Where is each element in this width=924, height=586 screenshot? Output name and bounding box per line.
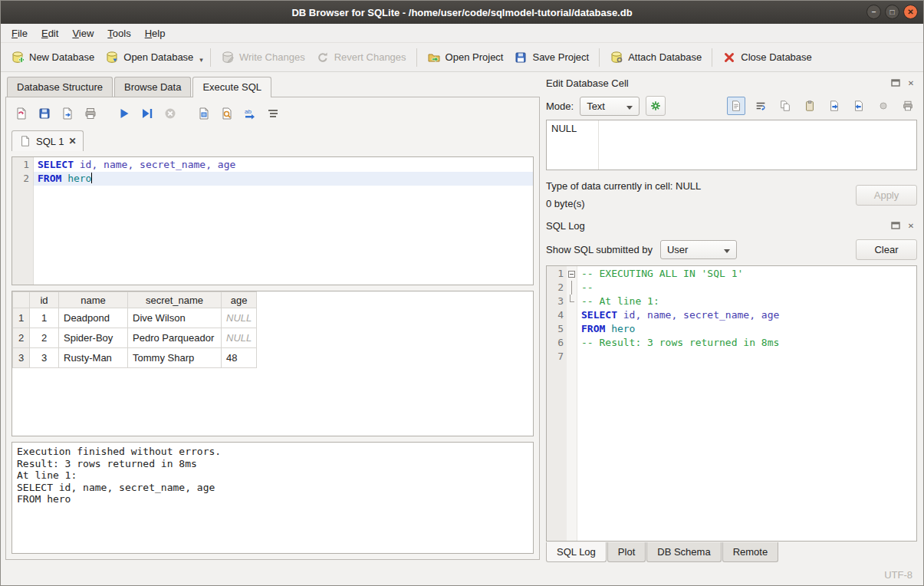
log-line-4: SELECT id, name, secret_name, age [577,308,916,322]
copy-cell-button[interactable] [776,97,794,115]
sql-tab-close-icon[interactable]: ✕ [68,136,76,146]
results-header-row: id name secret_name age [13,292,257,308]
import-data-button[interactable] [825,97,843,115]
editor-code-area[interactable]: SELECT id, name, secret_name, age FROM h… [34,157,533,285]
new-database-button[interactable]: New Database [5,47,100,68]
menu-file-label: File [12,28,28,39]
print-sql-button[interactable] [81,104,100,123]
menu-tools[interactable]: Tools [100,25,137,41]
line-number: 4 [547,308,564,322]
close-button[interactable]: ✕ [903,5,918,19]
cell-id[interactable]: 2 [30,328,59,348]
title-bar: DB Browser for SQLite - /home/user/code/… [1,1,923,24]
word-wrap-icon [755,100,767,112]
cell-age[interactable]: NULL [222,308,257,328]
column-header-id[interactable]: id [30,292,59,308]
row-header[interactable]: 1 [13,308,30,328]
float-icon [889,219,902,232]
tab-execute-sql-label: Execute SQL [202,81,261,93]
minimize-button[interactable]: – [866,5,881,19]
find-replace-button[interactable]: ab [240,104,260,123]
column-header-age[interactable]: age [222,292,257,308]
cell-name[interactable]: Spider-Boy [59,328,128,348]
cell-id[interactable]: 1 [30,308,59,328]
row-header[interactable]: 2 [13,328,30,348]
sql-tab[interactable]: SQL 1 ✕ [12,130,84,151]
sql-tab-label: SQL 1 [36,136,64,147]
revert-changes-icon [316,51,330,64]
auto-format-button[interactable] [263,104,283,123]
close-database-button[interactable]: Close Database [717,47,817,68]
attach-database-button[interactable]: Attach Database [604,47,707,68]
tab-browse-data[interactable]: Browse Data [114,77,191,97]
open-project-button[interactable]: Open Project [422,47,509,68]
save-sql-file-button[interactable] [35,104,54,123]
execute-all-button[interactable] [114,104,134,123]
menu-edit[interactable]: Edit [35,25,65,41]
column-header-secret-name[interactable]: secret_name [128,292,222,308]
execute-sql-page: ab SQL 1 ✕ 1 [5,97,540,560]
open-file-in-tab-button[interactable] [58,104,77,123]
text-view-button[interactable] [727,97,745,115]
auto-switch-mode-button[interactable] [646,96,666,116]
open-database-dropdown[interactable]: ▾ [197,50,206,65]
cell-secret-name[interactable]: Pedro Parqueador [128,328,222,348]
main-toolbar: New Database Open Database ▾ Write Chang… [1,43,923,72]
corner-header[interactable] [13,292,30,308]
dock-tab-plot[interactable]: Plot [607,542,646,562]
find-button[interactable] [217,104,237,123]
paste-icon [804,100,816,112]
cell-secret-name[interactable]: Dive Wilson [128,308,222,328]
dock-tab-db-schema[interactable]: DB Schema [646,542,721,562]
fold-marker[interactable] [567,267,577,281]
close-dock-button[interactable]: ✕ [905,77,917,89]
sql-log-title: SQL Log [546,220,889,232]
float-dock-button[interactable] [889,219,902,232]
cell-age[interactable]: 48 [222,348,257,368]
cell-info-row: Type of data currently in cell: NULL 0 b… [546,173,917,216]
maximize-button[interactable]: □ [885,5,899,19]
paste-cell-button[interactable] [801,97,819,115]
print-cell-button[interactable] [899,97,917,115]
menu-view[interactable]: View [65,25,100,41]
line-number: 6 [547,336,564,350]
menu-help[interactable]: Help [138,25,173,41]
cell-secret-name[interactable]: Tommy Sharp [128,348,222,368]
sql-editor[interactable]: 1 2 SELECT id, name, secret_name, age FR… [12,156,534,285]
dock-tab-remote[interactable]: Remote [722,542,779,562]
open-sql-file-button[interactable] [12,104,31,123]
log-filter-select[interactable]: User [660,240,737,259]
maximize-icon: □ [889,8,894,16]
word-wrap-button[interactable] [751,97,770,115]
log-code-area[interactable]: -- EXECUTING ALL IN 'SQL 1' -- -- At lin… [577,266,916,541]
clear-log-button[interactable]: Clear [856,239,917,260]
tab-database-structure[interactable]: Database Structure [7,77,113,97]
cell-id[interactable]: 3 [30,348,59,368]
row-header[interactable]: 3 [13,348,30,368]
close-dock-button[interactable]: ✕ [905,219,917,232]
tab-execute-sql[interactable]: Execute SQL [192,77,271,97]
export-data-button[interactable] [850,97,868,115]
mode-value: Text [587,100,605,112]
execute-current-line-button[interactable] [137,104,157,123]
float-dock-button[interactable] [889,77,902,89]
table-row: 2 2 Spider-Boy Pedro Parqueador NULL [13,328,257,348]
save-project-button[interactable]: Save Project [508,47,594,68]
open-database-button[interactable]: Open Database [100,47,199,68]
mode-select[interactable]: Text [580,97,640,116]
dock-tab-sql-log[interactable]: SQL Log [546,542,607,562]
cell-name[interactable]: Rusty-Man [59,348,128,368]
set-null-button[interactable] [874,97,893,115]
auto-format-icon [266,107,280,120]
cell-name[interactable]: Deadpond [59,308,128,328]
sql-identifiers: id, name, secret_name, age [74,159,235,170]
revert-changes-button: Revert Changes [311,47,412,68]
menu-file[interactable]: File [5,25,35,41]
cell-editor-area[interactable] [599,120,916,170]
cell-age[interactable]: NULL [222,328,257,348]
sql-log-view[interactable]: 1 2 3 4 5 6 7 -- EXECUTING ALL IN 'SQL 1… [546,265,917,542]
cell-value-editor[interactable]: NULL [546,120,917,170]
sql-tab-bar: SQL 1 ✕ [12,130,534,151]
export-results-button[interactable] [194,104,214,123]
column-header-name[interactable]: name [59,292,128,308]
